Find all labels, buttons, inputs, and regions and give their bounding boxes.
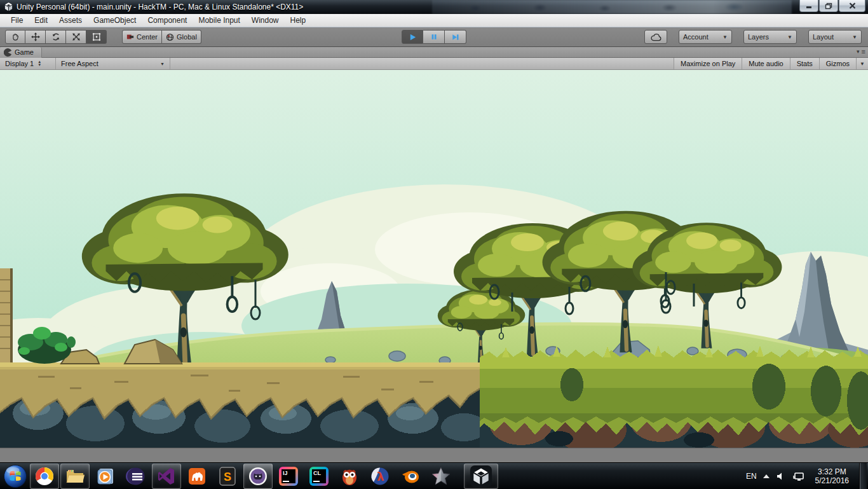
taskbar-item-github-desktop[interactable]: [243, 464, 273, 489]
eclipse-icon: [126, 466, 146, 486]
unity-taskbar-icon: [470, 465, 492, 488]
global-label: Global: [177, 33, 197, 41]
menu-mobile-input[interactable]: Mobile Input: [193, 15, 245, 26]
taskbar-item-blender[interactable]: [396, 464, 425, 489]
minimize-icon: [806, 3, 812, 9]
stepper-icon: ▲▼: [37, 60, 41, 67]
menu-window[interactable]: Window: [246, 15, 285, 26]
taskbar-item-clion[interactable]: CL: [304, 464, 334, 489]
pause-button[interactable]: [423, 30, 445, 44]
window-title: Unity Personal (64bit) - main.unity - Ha…: [17, 3, 303, 11]
aero-glass-reflection: [432, 0, 792, 14]
network-icon[interactable]: [792, 471, 805, 481]
window-titlebar[interactable]: Unity Personal (64bit) - main.unity - Ha…: [0, 0, 868, 14]
caret-down-icon: ▼: [160, 62, 165, 66]
stats-toggle[interactable]: Stats: [790, 58, 819, 69]
menu-assets[interactable]: Assets: [53, 15, 88, 26]
display-label: Display 1: [5, 60, 34, 67]
hand-tool-button[interactable]: [5, 30, 25, 44]
menu-component[interactable]: Component: [142, 15, 193, 26]
play-button[interactable]: [402, 30, 423, 44]
racket-lambda: λ: [377, 470, 384, 483]
tab-game-label: Game: [15, 48, 34, 56]
clion-icon: CL: [309, 467, 329, 486]
racket-icon: λ: [370, 466, 390, 486]
taskbar-item-chrome[interactable]: [30, 464, 59, 489]
taskbar-item-intellij[interactable]: IJ: [274, 464, 303, 489]
taskbar-item-eclipse[interactable]: [121, 464, 151, 489]
rotate-tool-button[interactable]: [46, 30, 66, 44]
panel-caret-icon[interactable]: ▾: [857, 48, 860, 55]
taskbar-item-sublime[interactable]: S: [213, 464, 242, 489]
taskbar-item-unity[interactable]: [464, 464, 498, 489]
move-icon: [31, 32, 40, 41]
menu-file[interactable]: File: [5, 15, 29, 26]
menu-gameobject[interactable]: GameObject: [88, 15, 142, 26]
camel-icon: [187, 466, 207, 486]
menu-help[interactable]: Help: [285, 15, 312, 26]
globe-icon: [166, 33, 174, 41]
display-dropdown[interactable]: Display 1 ▲▼: [0, 58, 56, 69]
restore-icon: [825, 3, 832, 10]
game-toolbar: Display 1 ▲▼ Free Aspect ▼ Maximize on P…: [0, 58, 868, 70]
intellij-letters: IJ: [283, 471, 294, 476]
hidden-icons-button[interactable]: [763, 474, 770, 478]
maximize-on-play-toggle[interactable]: Maximize on Play: [674, 58, 742, 69]
taskbar-item-star[interactable]: [426, 464, 456, 489]
language-indicator[interactable]: EN: [746, 472, 757, 481]
center-pivot-icon: [126, 33, 134, 41]
windows-start-icon: [3, 464, 27, 488]
clock[interactable]: 3:32 PM 5/21/2016: [811, 467, 853, 485]
gizmos-dropdown[interactable]: Gizmos: [819, 58, 856, 69]
restore-button[interactable]: [819, 0, 838, 12]
taskbar: S IJ CL: [0, 462, 868, 489]
taskbar-item-media-player[interactable]: [91, 464, 120, 489]
mute-audio-toggle[interactable]: Mute audio: [742, 58, 789, 69]
pivot-toggle-group: Center Global: [122, 30, 201, 44]
game-scene: [0, 70, 868, 448]
taskbar-item-visual-studio[interactable]: [152, 464, 181, 489]
visual-studio-icon: [156, 466, 177, 486]
panel-menu-icon[interactable]: ≡: [862, 48, 865, 55]
tab-game[interactable]: Game: [0, 47, 42, 58]
show-desktop-button[interactable]: [859, 463, 867, 489]
cloud-services-button[interactable]: [644, 30, 667, 44]
minimize-button[interactable]: [799, 0, 818, 12]
github-desktop-icon: [248, 466, 268, 486]
game-viewport[interactable]: [0, 70, 868, 448]
hand-icon: [11, 32, 20, 41]
step-button[interactable]: [445, 30, 466, 44]
taskbar-item-camel[interactable]: [182, 464, 212, 489]
rotation-global-button[interactable]: Global: [162, 30, 201, 44]
desktop: Unity Personal (64bit) - main.unity - Ha…: [0, 0, 868, 489]
layers-dropdown[interactable]: Layers▼: [743, 30, 797, 44]
aspect-dropdown[interactable]: Free Aspect ▼: [56, 58, 170, 69]
sublime-letter: S: [224, 471, 231, 483]
platform-left: [0, 362, 487, 448]
caret-down-icon: ▼: [787, 34, 792, 40]
owl-icon: [339, 466, 360, 486]
layout-dropdown[interactable]: Layout▼: [808, 30, 862, 44]
pause-icon: [430, 33, 438, 41]
taskbar-item-explorer[interactable]: [60, 464, 90, 489]
close-button[interactable]: [839, 0, 865, 12]
layout-label: Layout: [813, 33, 834, 41]
stats-label: Stats: [797, 60, 813, 67]
gizmos-caret[interactable]: ▼: [856, 58, 868, 69]
move-tool-button[interactable]: [25, 30, 46, 44]
transform-tools: [5, 30, 107, 44]
rotate-icon: [51, 32, 60, 41]
start-button[interactable]: [1, 464, 29, 489]
pivot-center-button[interactable]: Center: [122, 30, 162, 44]
menu-edit[interactable]: Edit: [29, 15, 53, 26]
volume-icon[interactable]: [776, 471, 786, 481]
taskbar-item-owl[interactable]: [335, 464, 364, 489]
file-explorer-icon: [65, 466, 85, 486]
scale-tool-button[interactable]: [66, 30, 86, 44]
account-dropdown[interactable]: Account▼: [679, 30, 732, 44]
account-label: Account: [683, 33, 709, 41]
clock-date: 5/21/2016: [815, 476, 849, 485]
taskbar-item-racket[interactable]: λ: [365, 464, 395, 489]
rect-tool-button[interactable]: [86, 30, 107, 44]
system-tray: EN 3:32 PM 5/21/2016: [746, 463, 868, 489]
